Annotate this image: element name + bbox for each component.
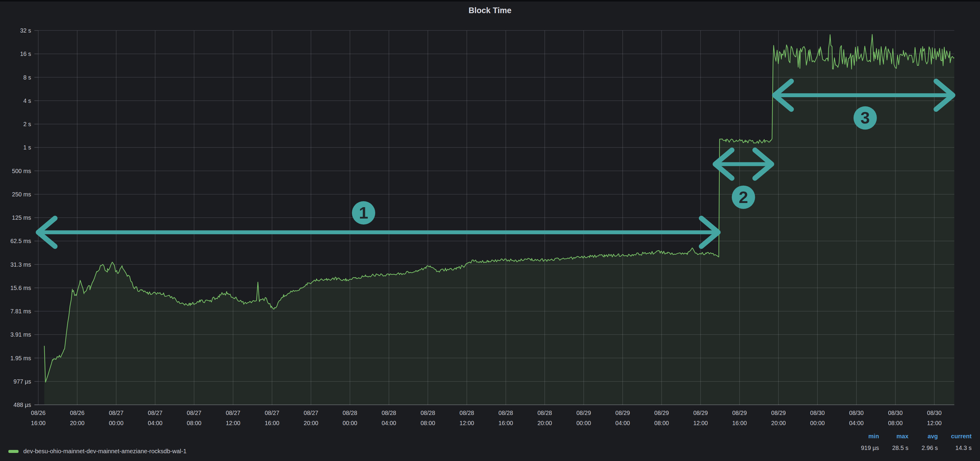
x-axis-label-time: 04:00 bbox=[148, 420, 162, 426]
x-axis-label-time: 00:00 bbox=[109, 420, 124, 426]
y-axis-label: 3.91 ms bbox=[11, 331, 32, 338]
annotation-badge-label-3: 3 bbox=[861, 108, 870, 127]
x-axis-label-date: 08/27 bbox=[187, 410, 202, 416]
x-axis-label-time: 08:00 bbox=[654, 420, 669, 426]
y-axis-label: 31.3 ms bbox=[11, 261, 32, 268]
stat-value-avg: 2.96 s bbox=[922, 445, 938, 451]
series-area-fill bbox=[44, 34, 954, 405]
x-axis-label-date: 08/30 bbox=[927, 410, 942, 416]
annotation-badge-label-2: 2 bbox=[739, 188, 748, 207]
series-color-swatch[interactable] bbox=[8, 450, 19, 453]
x-axis-label-time: 20:00 bbox=[538, 420, 552, 426]
x-axis-label-time: 00:00 bbox=[810, 420, 825, 426]
y-axis-label: 15.6 ms bbox=[11, 285, 32, 291]
y-axis-label: 250 ms bbox=[12, 191, 31, 198]
stat-value-current: 14.3 s bbox=[956, 445, 972, 451]
annotation-badge-label-1: 1 bbox=[359, 203, 368, 222]
x-axis-label-date: 08/29 bbox=[771, 410, 786, 416]
x-axis-label-time: 08:00 bbox=[888, 420, 902, 426]
x-axis-label-time: 20:00 bbox=[304, 420, 318, 426]
y-axis-label: 8 s bbox=[23, 74, 31, 81]
y-axis-label: 488 µs bbox=[13, 402, 31, 408]
series-name[interactable]: dev-besu-ohio-mainnet-dev-mainnet-amezia… bbox=[23, 448, 186, 455]
y-axis-label: 16 s bbox=[20, 51, 31, 57]
y-axis-label: 2 s bbox=[23, 121, 31, 127]
y-axis-label: 4 s bbox=[23, 97, 31, 104]
x-axis-label-date: 08/28 bbox=[460, 410, 474, 416]
x-axis-label-date: 08/29 bbox=[615, 410, 630, 416]
legend-stats: min max avg current 919 µs 28.5 s 2.96 s… bbox=[861, 433, 972, 451]
x-axis-label-time: 16:00 bbox=[31, 420, 46, 426]
stat-header-min[interactable]: min bbox=[869, 433, 879, 440]
annotation-arrow-1 bbox=[38, 218, 718, 246]
x-axis-label-time: 12:00 bbox=[460, 420, 474, 426]
x-axis-label-date: 08/27 bbox=[304, 410, 318, 416]
x-axis-label-date: 08/30 bbox=[849, 410, 864, 416]
x-axis-label-date: 08/29 bbox=[654, 410, 669, 416]
x-axis-label-date: 08/29 bbox=[732, 410, 747, 416]
x-axis-label-date: 08/29 bbox=[693, 410, 708, 416]
y-axis-label: 62.5 ms bbox=[11, 238, 32, 244]
x-axis-label-time: 12:00 bbox=[226, 420, 240, 426]
x-axis-label-time: 00:00 bbox=[343, 420, 357, 426]
x-axis-label-time: 00:00 bbox=[576, 420, 591, 426]
legend-series[interactable]: dev-besu-ohio-mainnet-dev-mainnet-amezia… bbox=[8, 448, 186, 455]
x-axis-label-time: 04:00 bbox=[615, 420, 630, 426]
y-axis-label: 1.95 ms bbox=[11, 355, 32, 361]
x-axis-label-time: 08:00 bbox=[187, 420, 202, 426]
stat-header-max[interactable]: max bbox=[897, 433, 908, 440]
x-axis-label-date: 08/26 bbox=[31, 410, 46, 416]
x-axis-label-time: 20:00 bbox=[70, 420, 84, 426]
x-axis-label-date: 08/27 bbox=[264, 410, 279, 416]
y-axis-label: 125 ms bbox=[12, 215, 31, 221]
x-axis-label-time: 04:00 bbox=[849, 420, 864, 426]
stat-value-min: 919 µs bbox=[861, 445, 879, 451]
stat-header-current[interactable]: current bbox=[951, 433, 972, 440]
x-axis-label-date: 08/28 bbox=[382, 410, 396, 416]
y-axis-label: 1 s bbox=[23, 144, 31, 151]
x-axis-label-date: 08/29 bbox=[576, 410, 591, 416]
x-axis-label-time: 12:00 bbox=[927, 420, 942, 426]
x-axis-label-date: 08/28 bbox=[343, 410, 357, 416]
x-axis-label-date: 08/27 bbox=[226, 410, 240, 416]
x-axis-label-date: 08/28 bbox=[538, 410, 552, 416]
y-axis-label: 32 s bbox=[20, 27, 31, 34]
x-axis-label-date: 08/26 bbox=[70, 410, 84, 416]
x-axis-label-date: 08/30 bbox=[810, 410, 825, 416]
x-axis-label-date: 08/27 bbox=[109, 410, 124, 416]
x-axis-label-date: 08/27 bbox=[148, 410, 162, 416]
x-axis-label-date: 08/30 bbox=[888, 410, 902, 416]
x-axis-label-time: 08:00 bbox=[421, 420, 435, 426]
x-axis-label-time: 04:00 bbox=[382, 420, 396, 426]
y-axis-label: 977 µs bbox=[13, 378, 31, 385]
stat-header-avg[interactable]: avg bbox=[928, 433, 938, 440]
x-axis-label-time: 16:00 bbox=[264, 420, 279, 426]
y-axis-label: 500 ms bbox=[12, 168, 31, 174]
x-axis-label-time: 12:00 bbox=[693, 420, 708, 426]
x-axis-label-time: 16:00 bbox=[498, 420, 513, 426]
x-axis-label-date: 08/28 bbox=[421, 410, 435, 416]
x-axis-label-date: 08/28 bbox=[498, 410, 513, 416]
stat-value-max: 28.5 s bbox=[892, 445, 908, 451]
y-axis-label: 7.81 ms bbox=[11, 308, 32, 315]
x-axis-label-time: 16:00 bbox=[732, 420, 747, 426]
x-axis-label-time: 20:00 bbox=[771, 420, 786, 426]
